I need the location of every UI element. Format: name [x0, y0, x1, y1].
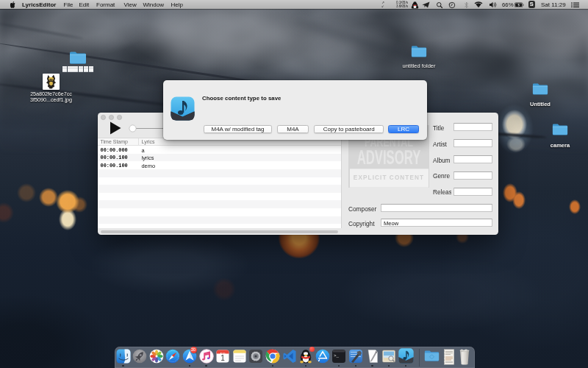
svg-text:>_: >_	[334, 353, 340, 358]
svg-text:1: 1	[220, 354, 225, 362]
